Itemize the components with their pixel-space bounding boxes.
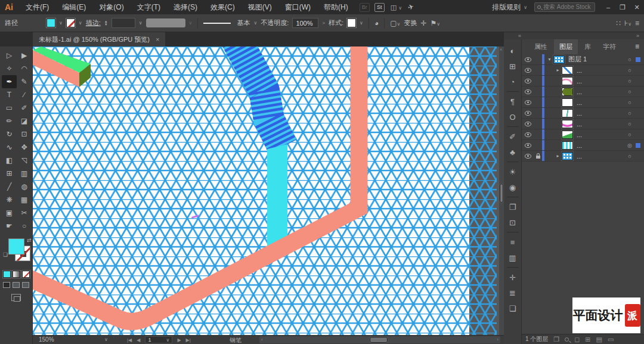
column-graph-tool[interactable]: ▦: [17, 193, 32, 206]
color-mode-button[interactable]: [3, 271, 11, 278]
tab-properties[interactable]: 属性: [529, 39, 553, 54]
visibility-eye-icon[interactable]: [525, 143, 531, 148]
layer-thumbnail[interactable]: [562, 152, 573, 160]
artboards-panel-icon[interactable]: ❐: [504, 199, 521, 215]
pathfinder-panel-icon[interactable]: ❏: [504, 300, 521, 316]
curvature-tool[interactable]: ✎: [17, 75, 32, 88]
menu-item-8[interactable]: 帮助(H): [317, 0, 355, 14]
document-tab[interactable]: 未标题-1.ai @ 150% (RGB/GPU 预览) ×: [33, 32, 165, 47]
menu-item-3[interactable]: 文字(T): [131, 0, 167, 14]
fill-color-swatch[interactable]: [47, 18, 55, 27]
swap-fill-stroke-icon[interactable]: ⇄: [27, 237, 32, 243]
layer-label[interactable]: ...: [577, 110, 625, 117]
target-circle-icon[interactable]: ○: [625, 121, 634, 127]
target-circle-icon[interactable]: ○: [625, 89, 634, 95]
menu-item-2[interactable]: 对象(O): [92, 0, 130, 14]
align-panel-icon[interactable]: ≣: [504, 285, 521, 300]
perspective-grid-tool[interactable]: ◹: [17, 154, 32, 167]
zoom-level-value[interactable]: 150%: [39, 336, 54, 343]
eraser-tool[interactable]: ◪: [17, 114, 32, 128]
color-panel-icon[interactable]: ◐: [504, 43, 521, 58]
transform-link[interactable]: 变换: [404, 18, 417, 27]
layer-row-7[interactable]: ...○: [522, 129, 644, 140]
opentype-panel-icon[interactable]: O: [504, 109, 521, 125]
prev-artboard-button[interactable]: ◀: [137, 337, 140, 343]
layer-label[interactable]: ...: [577, 99, 625, 106]
direct-selection-tool[interactable]: ▶: [17, 49, 32, 62]
delete-layer-icon[interactable]: ▭: [608, 336, 614, 343]
brushes-panel-icon[interactable]: ✐: [504, 129, 521, 144]
scroll-right-icon[interactable]: ›: [497, 337, 499, 342]
layer-label[interactable]: ...: [577, 131, 625, 138]
symbols-panel-icon[interactable]: ♣: [504, 144, 521, 160]
stroke-chevron-icon[interactable]: ∨: [79, 20, 82, 26]
brush-chevron-icon[interactable]: ∨: [189, 20, 193, 26]
menu-item-6[interactable]: 视图(V): [242, 0, 278, 14]
arrange-rules-dropdown[interactable]: 排版规则∨: [492, 2, 527, 13]
target-circle-icon[interactable]: ○: [625, 67, 634, 73]
target-circle-icon[interactable]: ○: [625, 57, 634, 63]
layer-thumbnail[interactable]: [562, 109, 573, 117]
none-mode-button[interactable]: [22, 271, 30, 278]
layer-thumbnail[interactable]: [562, 98, 573, 107]
menu-item-5[interactable]: 效果(C): [204, 0, 242, 14]
visibility-eye-icon[interactable]: [525, 68, 531, 73]
pen-tool[interactable]: ✒: [2, 75, 17, 88]
layer-row-8[interactable]: ...◎: [522, 140, 644, 151]
shape-builder-tool[interactable]: ◧: [2, 154, 17, 167]
artboard-tool[interactable]: ▣: [2, 206, 17, 219]
opacity-expand-icon[interactable]: >: [322, 20, 325, 26]
expand-chevron-icon[interactable]: ▾: [546, 57, 553, 62]
blend-tool[interactable]: ◍: [17, 180, 32, 193]
zoom-tool[interactable]: ○: [17, 219, 32, 233]
stock-search-input[interactable]: 搜索 Adobe Stock: [534, 2, 595, 12]
fill-proxy-swatch[interactable]: [8, 238, 24, 255]
close-button[interactable]: ✕: [630, 0, 644, 14]
visibility-eye-icon[interactable]: [525, 154, 531, 159]
minimize-button[interactable]: –: [601, 0, 615, 14]
stroke-style-chevron-icon[interactable]: ∨: [253, 20, 257, 26]
layer-row-6[interactable]: ...○: [522, 119, 644, 129]
visibility-eye-icon[interactable]: [525, 122, 531, 126]
scale-tool[interactable]: ⊡: [17, 128, 32, 141]
layer-label[interactable]: ...: [577, 120, 625, 128]
last-artboard-button[interactable]: ▶|: [186, 337, 191, 343]
stroke-weight-stepper[interactable]: ▲▼: [104, 20, 108, 26]
arrange-documents-icon[interactable]: ∷: [616, 19, 621, 27]
selection-tool[interactable]: ▷: [2, 49, 17, 62]
horizontal-scrollbar[interactable]: ‹ ›: [259, 336, 500, 343]
stroke-color-swatch[interactable]: [66, 18, 75, 27]
default-fill-stroke-icon[interactable]: ❏: [3, 252, 8, 258]
visibility-eye-icon[interactable]: [525, 89, 531, 94]
new-layer-icon[interactable]: ▤: [596, 336, 602, 343]
expand-chevron-icon[interactable]: ▸: [554, 67, 562, 73]
layer-label[interactable]: 图层 1: [568, 55, 625, 64]
variable-width-profile[interactable]: [203, 23, 231, 24]
eyedropper-tool[interactable]: ╱: [2, 180, 17, 193]
draw-inside-button[interactable]: [22, 282, 29, 288]
visibility-eye-icon[interactable]: [525, 132, 531, 137]
layer-thumbnail[interactable]: [553, 55, 565, 64]
panel-menu-icon[interactable]: ≡: [635, 42, 639, 51]
layer-thumbnail[interactable]: [562, 131, 573, 139]
target-circle-icon[interactable]: ○: [625, 78, 634, 84]
type-tool[interactable]: T: [2, 88, 17, 101]
appearance-panel-icon[interactable]: ☀: [504, 164, 521, 179]
horizontal-scroll-thumb[interactable]: [370, 337, 388, 343]
target-circle-icon[interactable]: ○: [625, 132, 634, 138]
layer-row-0[interactable]: ▾图层 1○: [522, 54, 644, 65]
free-transform-tool[interactable]: ✥: [17, 141, 32, 154]
layer-row-4[interactable]: ...○: [522, 97, 644, 108]
expand-chevron-icon[interactable]: ▸: [554, 153, 562, 159]
align-panel-icon[interactable]: ⊦∨: [624, 19, 631, 27]
color-guide-panel-icon[interactable]: ◔: [504, 74, 521, 89]
menu-item-7[interactable]: 窗口(W): [278, 0, 317, 14]
change-screen-mode-button[interactable]: [11, 294, 21, 301]
scroll-left-icon[interactable]: ‹: [261, 337, 263, 342]
line-segment-tool[interactable]: ∕: [17, 88, 32, 101]
stroke-weight-label[interactable]: 描边:: [86, 18, 101, 27]
layer-label[interactable]: ...: [577, 153, 625, 160]
document-setup-icon[interactable]: ▢∨: [390, 19, 400, 27]
layer-thumbnail[interactable]: [562, 77, 573, 85]
gradient-mode-button[interactable]: [13, 271, 20, 278]
